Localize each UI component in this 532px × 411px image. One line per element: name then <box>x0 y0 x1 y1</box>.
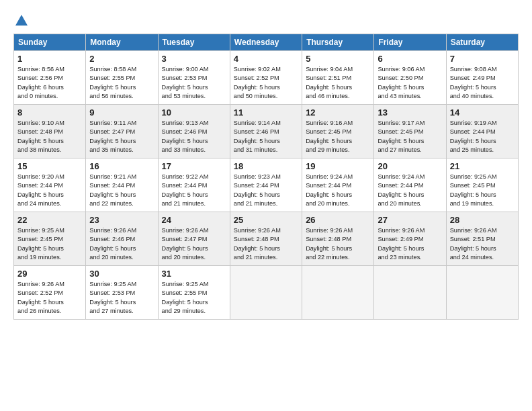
calendar-cell: 23Sunrise: 9:26 AMSunset: 2:46 PMDayligh… <box>86 212 158 266</box>
header-row: SundayMondayTuesdayWednesdayThursdayFrid… <box>14 34 519 51</box>
calendar-cell: 15Sunrise: 9:20 AMSunset: 2:44 PMDayligh… <box>14 158 86 212</box>
calendar-cell: 7Sunrise: 9:08 AMSunset: 2:49 PMDaylight… <box>446 51 518 105</box>
week-row-4: 29Sunrise: 9:26 AMSunset: 2:52 PMDayligh… <box>14 266 519 320</box>
calendar-cell: 1Sunrise: 8:56 AMSunset: 2:56 PMDaylight… <box>14 51 86 105</box>
cell-text: Sunrise: 9:14 AMSunset: 2:46 PMDaylight:… <box>234 119 298 154</box>
calendar-cell: 31Sunrise: 9:25 AMSunset: 2:55 PMDayligh… <box>158 266 230 320</box>
day-number: 4 <box>234 54 298 64</box>
day-number: 29 <box>17 269 82 279</box>
day-number: 23 <box>89 215 154 225</box>
calendar-cell <box>230 266 302 320</box>
day-number: 1 <box>17 54 82 64</box>
day-number: 20 <box>378 161 442 171</box>
calendar-cell: 28Sunrise: 9:26 AMSunset: 2:51 PMDayligh… <box>446 212 518 266</box>
calendar-cell: 24Sunrise: 9:26 AMSunset: 2:47 PMDayligh… <box>158 212 230 266</box>
calendar-cell: 10Sunrise: 9:13 AMSunset: 2:46 PMDayligh… <box>158 105 230 158</box>
day-number: 12 <box>306 107 370 118</box>
cell-text: Sunrise: 9:26 AMSunset: 2:48 PMDaylight:… <box>234 226 298 262</box>
col-header-friday: Friday <box>374 34 446 51</box>
cell-text: Sunrise: 9:20 AMSunset: 2:44 PMDaylight:… <box>17 173 82 208</box>
cell-text: Sunrise: 9:25 AMSunset: 2:55 PMDaylight:… <box>162 280 226 316</box>
header <box>13 11 519 28</box>
day-number: 10 <box>162 107 226 118</box>
calendar-cell: 12Sunrise: 9:16 AMSunset: 2:45 PMDayligh… <box>302 105 374 158</box>
cell-text: Sunrise: 9:21 AMSunset: 2:44 PMDaylight:… <box>89 173 154 208</box>
calendar-cell: 6Sunrise: 9:06 AMSunset: 2:50 PMDaylight… <box>374 51 446 105</box>
logo <box>13 13 30 28</box>
cell-text: Sunrise: 9:25 AMSunset: 2:53 PMDaylight:… <box>89 280 154 316</box>
week-row-1: 8Sunrise: 9:10 AMSunset: 2:48 PMDaylight… <box>14 105 519 158</box>
calendar-cell: 26Sunrise: 9:26 AMSunset: 2:48 PMDayligh… <box>302 212 374 266</box>
calendar-cell: 3Sunrise: 9:00 AMSunset: 2:53 PMDaylight… <box>158 51 230 105</box>
cell-text: Sunrise: 9:11 AMSunset: 2:47 PMDaylight:… <box>89 119 154 154</box>
day-number: 2 <box>89 54 154 64</box>
day-number: 13 <box>378 107 442 118</box>
day-number: 26 <box>306 215 370 225</box>
col-header-monday: Monday <box>86 34 158 51</box>
cell-text: Sunrise: 9:25 AMSunset: 2:45 PMDaylight:… <box>17 226 82 262</box>
week-row-0: 1Sunrise: 8:56 AMSunset: 2:56 PMDaylight… <box>14 51 519 105</box>
calendar-cell <box>446 266 518 320</box>
calendar-cell: 30Sunrise: 9:25 AMSunset: 2:53 PMDayligh… <box>86 266 158 320</box>
col-header-sunday: Sunday <box>14 34 86 51</box>
calendar-cell: 4Sunrise: 9:02 AMSunset: 2:52 PMDaylight… <box>230 51 302 105</box>
cell-text: Sunrise: 8:56 AMSunset: 2:56 PMDaylight:… <box>17 65 82 101</box>
calendar-cell: 21Sunrise: 9:25 AMSunset: 2:45 PMDayligh… <box>446 158 518 212</box>
day-number: 15 <box>17 161 82 171</box>
logo-icon <box>14 13 29 28</box>
calendar-table: SundayMondayTuesdayWednesdayThursdayFrid… <box>13 34 519 320</box>
calendar-cell <box>302 266 374 320</box>
calendar-cell: 27Sunrise: 9:26 AMSunset: 2:49 PMDayligh… <box>374 212 446 266</box>
day-number: 11 <box>234 107 298 118</box>
cell-text: Sunrise: 9:16 AMSunset: 2:45 PMDaylight:… <box>306 119 370 154</box>
calendar-cell: 25Sunrise: 9:26 AMSunset: 2:48 PMDayligh… <box>230 212 302 266</box>
cell-text: Sunrise: 9:00 AMSunset: 2:53 PMDaylight:… <box>162 65 226 101</box>
day-number: 28 <box>450 215 515 225</box>
calendar-cell: 29Sunrise: 9:26 AMSunset: 2:52 PMDayligh… <box>14 266 86 320</box>
day-number: 22 <box>17 215 82 225</box>
cell-text: Sunrise: 9:26 AMSunset: 2:46 PMDaylight:… <box>89 226 154 262</box>
day-number: 5 <box>306 54 370 64</box>
cell-text: Sunrise: 9:06 AMSunset: 2:50 PMDaylight:… <box>378 65 442 101</box>
calendar-cell: 14Sunrise: 9:19 AMSunset: 2:44 PMDayligh… <box>446 105 518 158</box>
day-number: 16 <box>89 161 154 171</box>
col-header-saturday: Saturday <box>446 34 518 51</box>
day-number: 3 <box>162 54 226 64</box>
day-number: 6 <box>378 54 442 64</box>
cell-text: Sunrise: 9:22 AMSunset: 2:44 PMDaylight:… <box>162 173 226 208</box>
cell-text: Sunrise: 8:58 AMSunset: 2:55 PMDaylight:… <box>89 65 154 101</box>
day-number: 24 <box>162 215 226 225</box>
day-number: 27 <box>378 215 442 225</box>
day-number: 9 <box>89 107 154 118</box>
cell-text: Sunrise: 9:02 AMSunset: 2:52 PMDaylight:… <box>234 65 298 101</box>
calendar-cell: 8Sunrise: 9:10 AMSunset: 2:48 PMDaylight… <box>14 105 86 158</box>
cell-text: Sunrise: 9:26 AMSunset: 2:52 PMDaylight:… <box>17 280 82 316</box>
cell-text: Sunrise: 9:26 AMSunset: 2:48 PMDaylight:… <box>306 226 370 262</box>
cell-text: Sunrise: 9:23 AMSunset: 2:44 PMDaylight:… <box>234 173 298 208</box>
day-number: 25 <box>234 215 298 225</box>
day-number: 17 <box>162 161 226 171</box>
day-number: 30 <box>89 269 154 279</box>
svg-marker-0 <box>15 15 28 26</box>
cell-text: Sunrise: 9:19 AMSunset: 2:44 PMDaylight:… <box>450 119 515 154</box>
calendar-cell: 17Sunrise: 9:22 AMSunset: 2:44 PMDayligh… <box>158 158 230 212</box>
cell-text: Sunrise: 9:13 AMSunset: 2:46 PMDaylight:… <box>162 119 226 154</box>
week-row-2: 15Sunrise: 9:20 AMSunset: 2:44 PMDayligh… <box>14 158 519 212</box>
calendar-cell: 13Sunrise: 9:17 AMSunset: 2:45 PMDayligh… <box>374 105 446 158</box>
day-number: 31 <box>162 269 226 279</box>
calendar-cell: 20Sunrise: 9:24 AMSunset: 2:44 PMDayligh… <box>374 158 446 212</box>
day-number: 18 <box>234 161 298 171</box>
cell-text: Sunrise: 9:04 AMSunset: 2:51 PMDaylight:… <box>306 65 370 101</box>
day-number: 14 <box>450 107 515 118</box>
week-row-3: 22Sunrise: 9:25 AMSunset: 2:45 PMDayligh… <box>14 212 519 266</box>
calendar-cell: 18Sunrise: 9:23 AMSunset: 2:44 PMDayligh… <box>230 158 302 212</box>
calendar-cell: 11Sunrise: 9:14 AMSunset: 2:46 PMDayligh… <box>230 105 302 158</box>
cell-text: Sunrise: 9:17 AMSunset: 2:45 PMDaylight:… <box>378 119 442 154</box>
calendar-cell: 9Sunrise: 9:11 AMSunset: 2:47 PMDaylight… <box>86 105 158 158</box>
cell-text: Sunrise: 9:26 AMSunset: 2:47 PMDaylight:… <box>162 226 226 262</box>
col-header-wednesday: Wednesday <box>230 34 302 51</box>
cell-text: Sunrise: 9:24 AMSunset: 2:44 PMDaylight:… <box>306 173 370 208</box>
col-header-thursday: Thursday <box>302 34 374 51</box>
col-header-tuesday: Tuesday <box>158 34 230 51</box>
cell-text: Sunrise: 9:26 AMSunset: 2:49 PMDaylight:… <box>378 226 442 262</box>
